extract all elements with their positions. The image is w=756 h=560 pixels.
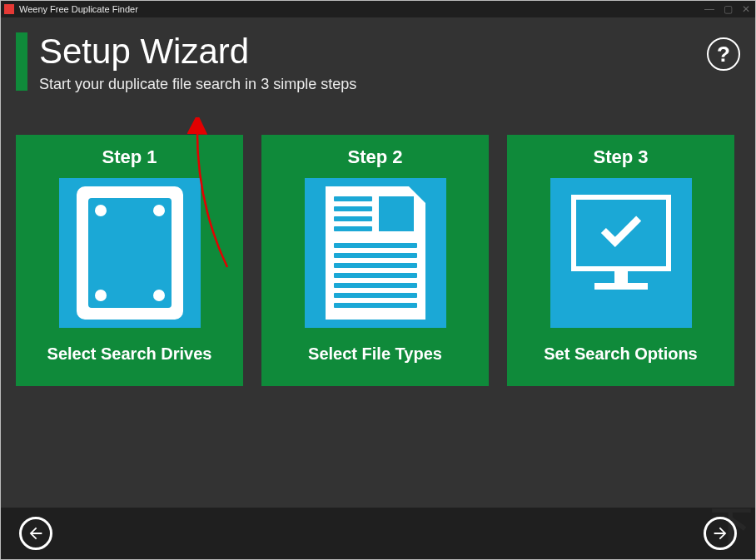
step-caption: Select File Types [308,344,442,364]
close-button[interactable]: ✕ [740,3,752,15]
next-button[interactable] [704,517,737,550]
header: Setup Wizard Start your duplicate file s… [16,32,740,93]
step-caption: Set Search Options [544,344,698,364]
back-button[interactable] [19,517,52,550]
header-text: Setup Wizard Start your duplicate file s… [39,32,707,93]
step-tile [59,178,201,328]
step-card-3[interactable]: Step 3 Set Search Options [507,135,734,386]
step-label: Step 2 [347,146,402,168]
window-title: Weeny Free Duplicate Finder [19,4,138,14]
step-caption: Select Search Drives [47,344,212,364]
page-title: Setup Wizard [39,32,707,71]
step-tile [550,178,692,328]
step-label: Step 3 [593,146,648,168]
arrow-right-icon [711,524,729,543]
footer-nav [1,508,755,559]
arrow-left-icon [27,524,45,543]
step-label: Step 1 [102,146,157,168]
document-icon [326,186,425,320]
page-subtitle: Start your duplicate file search in 3 si… [39,76,707,93]
step-card-2[interactable]: Step 2 [261,135,489,386]
step-tile [305,178,446,328]
app-icon [4,4,14,14]
help-button[interactable]: ? [707,37,740,71]
minimize-button[interactable]: — [704,3,715,15]
step-card-1[interactable]: Step 1 Select Search Drives [16,135,243,386]
monitor-check-icon [563,195,679,311]
drive-icon [77,186,183,320]
titlebar: Weeny Free Duplicate Finder — ▢ ✕ [1,1,755,17]
help-icon: ? [717,42,730,67]
header-accent-bar [16,32,27,91]
steps-row: Step 1 Select Search Drives Step 2 [16,135,740,386]
app-window: Weeny Free Duplicate Finder — ▢ ✕ Setup … [0,0,756,560]
maximize-button[interactable]: ▢ [722,3,734,15]
content-area: Setup Wizard Start your duplicate file s… [1,17,755,559]
